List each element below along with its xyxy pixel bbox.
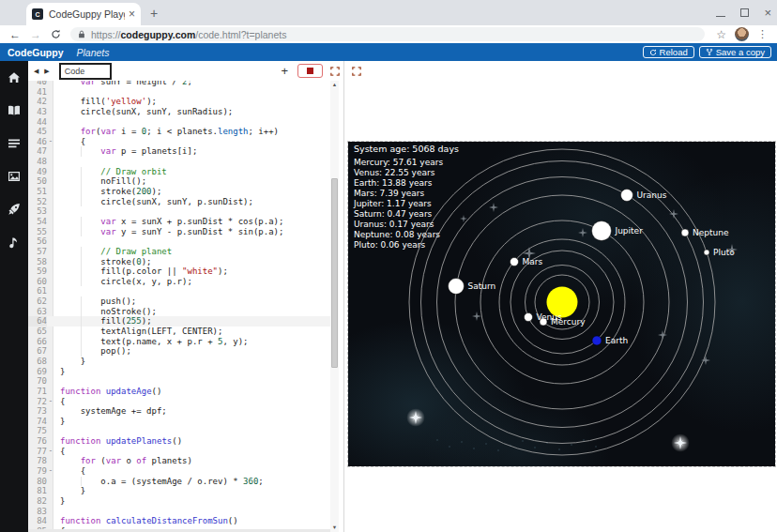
code-line-58[interactable]: 58 stroke(0);: [28, 257, 330, 267]
code-line-61[interactable]: 61: [28, 286, 330, 296]
brand-logo[interactable]: CodeGuppy: [8, 47, 64, 58]
scrollbar-thumb[interactable]: [331, 178, 338, 368]
speckle-dot: [522, 440, 523, 441]
sidebar-item-image[interactable]: [7, 169, 22, 184]
reload-button[interactable]: Reload: [643, 46, 694, 58]
code-line-81[interactable]: 81 }: [28, 486, 330, 496]
code-line-44[interactable]: 44: [28, 117, 330, 128]
back-icon[interactable]: ←: [9, 29, 21, 40]
code-line-83[interactable]: 83: [28, 507, 330, 517]
profile-avatar[interactable]: [735, 27, 749, 41]
code-line-71[interactable]: 71function updateAge(): [28, 387, 330, 397]
fold-marker[interactable]: -: [47, 397, 54, 407]
sidebar-item-list[interactable]: [7, 136, 22, 151]
code-token: o.a = (systemAge / o.rev) *: [60, 477, 243, 486]
indent-guide: [81, 217, 82, 227]
scroll-up-arrow[interactable]: ▲: [330, 81, 339, 89]
line-number: 51: [28, 187, 47, 197]
code-line-73[interactable]: 73 systemAge += dpf;: [28, 406, 330, 417]
app-navbar: CodeGuppy Planets Reload Save a copy: [0, 43, 777, 61]
fold-marker[interactable]: -: [47, 447, 54, 457]
editor-tab-code[interactable]: Code: [59, 63, 112, 80]
sidebar-item-home[interactable]: [7, 70, 22, 85]
code-line-69[interactable]: 69}: [28, 367, 330, 377]
forward-icon[interactable]: →: [30, 29, 41, 40]
code-line-41[interactable]: 41: [28, 87, 330, 98]
code-line-77[interactable]: 77-{: [28, 447, 330, 457]
code-token: ; i < planets.: [146, 127, 218, 136]
fold-marker[interactable]: -: [47, 137, 54, 147]
code-line-78[interactable]: 78 for (var o of planets): [28, 456, 330, 466]
code-line-40[interactable]: 40 var sunY = height / 2;: [28, 81, 330, 87]
editor-body[interactable]: 40 var sunY = height / 2;4142 fill('yell…: [28, 81, 343, 532]
maximize-icon[interactable]: [740, 8, 749, 17]
speckle-dot: [571, 444, 571, 445]
code-line-76[interactable]: 76function updatePlanets(): [28, 436, 330, 447]
code-line-74[interactable]: 74}: [28, 417, 330, 427]
new-tab-button[interactable]: +: [150, 6, 158, 21]
fold-marker[interactable]: -: [47, 466, 54, 477]
sidebar-item-music[interactable]: [7, 235, 22, 250]
code-line-68[interactable]: 68 }: [28, 357, 330, 367]
code-line-82[interactable]: 82}: [28, 496, 330, 507]
code-line-43[interactable]: 43 circle(sunX, sunY, sunRadius);: [28, 107, 330, 117]
save-a-copy-button[interactable]: Save a copy: [699, 46, 771, 58]
stop-button[interactable]: [297, 64, 323, 78]
output-expand-icon[interactable]: [352, 67, 361, 76]
code-line-67[interactable]: 67 pop();: [28, 346, 330, 357]
url-text: https://codeguppy.com/code.html?t=planet…: [91, 29, 286, 40]
code-line-49[interactable]: 49 // Draw orbit: [28, 167, 330, 177]
code-line-48[interactable]: 48: [28, 157, 330, 167]
output-canvas[interactable]: MercuryVenusEarthMarsJupiterSaturnUranus…: [348, 142, 775, 466]
code-line-59[interactable]: 59 fill(p.color || "white");: [28, 266, 330, 277]
indent-guide: [81, 176, 82, 187]
code-line-84[interactable]: 84function calculateDistanceFromSun(): [28, 516, 330, 526]
sidebar-item-book[interactable]: [7, 103, 22, 118]
url-bar[interactable]: https://codeguppy.com/code.html?t=planet…: [70, 27, 705, 41]
code-line-72[interactable]: 72-{: [28, 397, 330, 407]
minimize-icon[interactable]: [716, 8, 725, 17]
code-line-63[interactable]: 63 noStroke();: [28, 307, 330, 317]
code-line-65[interactable]: 65 textAlign(LEFT, CENTER);: [28, 327, 330, 337]
code-line-62[interactable]: 62 push();: [28, 296, 330, 307]
menu-kebab-icon[interactable]: ⋮: [757, 29, 768, 39]
code-line-75[interactable]: 75: [28, 426, 330, 436]
reload-label: Reload: [660, 47, 688, 57]
code-line-57[interactable]: 57 // Draw planet: [28, 247, 330, 257]
speckle-dot: [534, 447, 535, 448]
fold-gutter: [47, 217, 54, 227]
code-line-60[interactable]: 60 circle(x, y, p.r);: [28, 277, 330, 287]
tab-close-icon[interactable]: ×: [129, 8, 135, 20]
code-line-51[interactable]: 51 stroke(200);: [28, 187, 330, 197]
code-line-50[interactable]: 50 noFill();: [28, 176, 330, 187]
code-line-64[interactable]: 64 fill(255);: [28, 316, 330, 327]
code-line-70[interactable]: 70: [28, 376, 330, 387]
code-line-54[interactable]: 54 var x = sunX + p.sunDist * cos(p.a);: [28, 217, 330, 227]
sidebar-item-rocket[interactable]: [7, 202, 22, 217]
close-icon[interactable]: ×: [764, 7, 771, 19]
code-line-56[interactable]: 56: [28, 236, 330, 247]
tab-scroll-arrows[interactable]: ◀ ▶: [34, 68, 52, 75]
code-line-45[interactable]: 45 for(var i = 0; i < planets.length; i+…: [28, 127, 330, 137]
code-line-66[interactable]: 66 text(p.name, x + p.r + 5, y);: [28, 337, 330, 347]
code-line-53[interactable]: 53: [28, 206, 330, 217]
code-token: function: [60, 387, 100, 396]
editor-vertical-scrollbar[interactable]: ▲ ▼: [330, 81, 339, 532]
editor-expand-icon[interactable]: [330, 67, 340, 76]
code-line-46[interactable]: 46- {: [28, 137, 330, 147]
scroll-down-arrow[interactable]: ▼: [330, 524, 339, 532]
code-text: circle(sunX, sunY, sunRadius);: [54, 107, 330, 117]
browser-tab[interactable]: C CodeGuppy Playground ×: [26, 3, 141, 25]
code-line-55[interactable]: 55 var y = sunY - p.sunDist * sin(p.a);: [28, 227, 330, 237]
code-line-52[interactable]: 52 circle(sunX, sunY, p.sunDist);: [28, 197, 330, 207]
code-line-80[interactable]: 80 o.a = (systemAge / o.rev) * 360;: [28, 477, 330, 487]
refresh-icon[interactable]: [51, 29, 61, 39]
code-line-42[interactable]: 42 fill('yellow');: [28, 97, 330, 107]
bookmark-star-icon[interactable]: ☆: [716, 29, 726, 40]
code-line-47[interactable]: 47 var p = planets[i];: [28, 146, 330, 157]
add-file-button[interactable]: +: [281, 65, 288, 77]
line-number: 50: [28, 176, 47, 187]
code-token: 255: [126, 316, 141, 326]
code-token: {: [60, 397, 65, 406]
code-line-79[interactable]: 79- {: [28, 466, 330, 477]
